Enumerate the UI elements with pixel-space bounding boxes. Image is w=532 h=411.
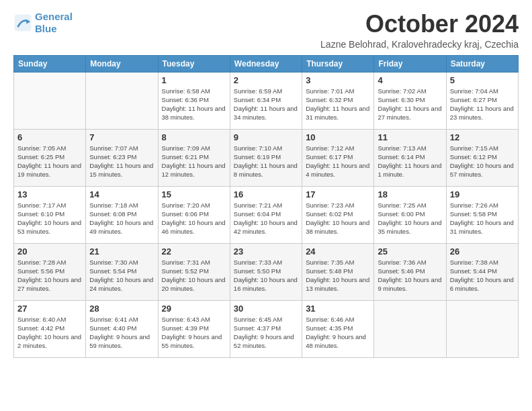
day-number: 26: [450, 246, 515, 257]
day-detail: Sunrise: 7:35 AM Sunset: 5:48 PM Dayligh…: [306, 258, 370, 293]
day-detail: Sunrise: 6:41 AM Sunset: 4:40 PM Dayligh…: [89, 315, 154, 351]
day-number: 2: [234, 75, 298, 85]
day-number: 7: [89, 132, 154, 142]
day-detail: Sunrise: 7:25 AM Sunset: 6:00 PM Dayligh…: [378, 201, 442, 236]
day-cell: [446, 300, 518, 357]
day-cell: 14Sunrise: 7:18 AM Sunset: 6:08 PM Dayli…: [86, 186, 158, 243]
day-detail: Sunrise: 6:58 AM Sunset: 6:36 PM Dayligh…: [162, 87, 226, 122]
day-detail: Sunrise: 7:05 AM Sunset: 6:25 PM Dayligh…: [17, 144, 82, 179]
day-cell: 23Sunrise: 7:33 AM Sunset: 5:50 PM Dayli…: [230, 243, 302, 300]
day-detail: Sunrise: 7:01 AM Sunset: 6:32 PM Dayligh…: [306, 87, 370, 122]
day-cell: 29Sunrise: 6:43 AM Sunset: 4:39 PM Dayli…: [158, 300, 230, 357]
day-number: 24: [306, 246, 370, 257]
day-detail: Sunrise: 7:21 AM Sunset: 6:04 PM Dayligh…: [234, 201, 298, 236]
day-cell: 2Sunrise: 6:59 AM Sunset: 6:34 PM Daylig…: [230, 72, 302, 129]
day-detail: Sunrise: 6:46 AM Sunset: 4:35 PM Dayligh…: [306, 315, 370, 351]
header-cell-thursday: Thursday: [302, 55, 374, 72]
day-number: 4: [378, 75, 442, 85]
calendar-table: SundayMondayTuesdayWednesdayThursdayFrid…: [13, 55, 519, 358]
page: General Blue October 2024 Lazne Belohrad…: [0, 0, 532, 369]
day-cell: 27Sunrise: 6:40 AM Sunset: 4:42 PM Dayli…: [14, 300, 86, 357]
day-detail: Sunrise: 7:07 AM Sunset: 6:23 PM Dayligh…: [89, 144, 154, 179]
day-number: 22: [162, 246, 226, 257]
day-cell: 21Sunrise: 7:30 AM Sunset: 5:54 PM Dayli…: [86, 243, 158, 300]
day-number: 20: [17, 246, 82, 257]
day-cell: 20Sunrise: 7:28 AM Sunset: 5:56 PM Dayli…: [14, 243, 86, 300]
day-detail: Sunrise: 7:20 AM Sunset: 6:06 PM Dayligh…: [162, 201, 226, 236]
subtitle: Lazne Belohrad, Kralovehradecky kraj, Cz…: [320, 39, 519, 50]
day-detail: Sunrise: 7:04 AM Sunset: 6:27 PM Dayligh…: [450, 87, 515, 122]
header-cell-saturday: Saturday: [446, 55, 518, 72]
calendar-body: 1Sunrise: 6:58 AM Sunset: 6:36 PM Daylig…: [14, 72, 519, 357]
day-detail: Sunrise: 6:45 AM Sunset: 4:37 PM Dayligh…: [234, 315, 298, 351]
day-cell: 4Sunrise: 7:02 AM Sunset: 6:30 PM Daylig…: [374, 72, 446, 129]
day-detail: Sunrise: 7:38 AM Sunset: 5:44 PM Dayligh…: [450, 258, 515, 293]
day-detail: Sunrise: 6:43 AM Sunset: 4:39 PM Dayligh…: [162, 315, 226, 351]
day-number: 1: [162, 75, 226, 85]
day-number: 17: [306, 189, 370, 199]
day-number: 18: [378, 189, 442, 199]
day-number: 21: [89, 246, 154, 257]
day-detail: Sunrise: 7:12 AM Sunset: 6:17 PM Dayligh…: [306, 144, 370, 179]
day-cell: 16Sunrise: 7:21 AM Sunset: 6:04 PM Dayli…: [230, 186, 302, 243]
day-number: 12: [450, 132, 515, 142]
day-cell: 15Sunrise: 7:20 AM Sunset: 6:06 PM Dayli…: [158, 186, 230, 243]
day-cell: 26Sunrise: 7:38 AM Sunset: 5:44 PM Dayli…: [446, 243, 518, 300]
day-number: 3: [306, 75, 370, 85]
header-cell-tuesday: Tuesday: [158, 55, 230, 72]
day-number: 16: [234, 189, 298, 199]
header: General Blue October 2024 Lazne Belohrad…: [13, 11, 519, 50]
day-detail: Sunrise: 7:15 AM Sunset: 6:12 PM Dayligh…: [450, 144, 515, 179]
day-number: 23: [234, 246, 298, 257]
title-block: October 2024 Lazne Belohrad, Kralovehrad…: [320, 11, 519, 50]
day-detail: Sunrise: 7:10 AM Sunset: 6:19 PM Dayligh…: [234, 144, 298, 179]
day-cell: 25Sunrise: 7:36 AM Sunset: 5:46 PM Dayli…: [374, 243, 446, 300]
day-detail: Sunrise: 7:26 AM Sunset: 5:58 PM Dayligh…: [450, 201, 515, 236]
day-number: 6: [17, 132, 82, 142]
day-cell: 6Sunrise: 7:05 AM Sunset: 6:25 PM Daylig…: [14, 129, 86, 186]
week-row-2: 6Sunrise: 7:05 AM Sunset: 6:25 PM Daylig…: [14, 129, 519, 186]
day-number: 15: [162, 189, 226, 199]
header-row: SundayMondayTuesdayWednesdayThursdayFrid…: [14, 55, 519, 72]
day-number: 25: [378, 246, 442, 257]
week-row-1: 1Sunrise: 6:58 AM Sunset: 6:36 PM Daylig…: [14, 72, 519, 129]
day-detail: Sunrise: 7:02 AM Sunset: 6:30 PM Dayligh…: [378, 87, 442, 122]
day-cell: 28Sunrise: 6:41 AM Sunset: 4:40 PM Dayli…: [86, 300, 158, 357]
day-cell: 10Sunrise: 7:12 AM Sunset: 6:17 PM Dayli…: [302, 129, 374, 186]
svg-rect-0: [15, 15, 32, 32]
day-cell: [14, 72, 86, 129]
day-detail: Sunrise: 7:36 AM Sunset: 5:46 PM Dayligh…: [378, 258, 442, 293]
day-number: 5: [450, 75, 515, 85]
day-detail: Sunrise: 6:59 AM Sunset: 6:34 PM Dayligh…: [234, 87, 298, 122]
day-cell: 19Sunrise: 7:26 AM Sunset: 5:58 PM Dayli…: [446, 186, 518, 243]
day-cell: 3Sunrise: 7:01 AM Sunset: 6:32 PM Daylig…: [302, 72, 374, 129]
header-cell-sunday: Sunday: [14, 55, 86, 72]
logo-icon: [13, 13, 32, 32]
day-number: 27: [17, 304, 82, 314]
day-cell: [374, 300, 446, 357]
day-cell: 22Sunrise: 7:31 AM Sunset: 5:52 PM Dayli…: [158, 243, 230, 300]
day-cell: 24Sunrise: 7:35 AM Sunset: 5:48 PM Dayli…: [302, 243, 374, 300]
day-number: 14: [89, 189, 154, 199]
header-cell-friday: Friday: [374, 55, 446, 72]
week-row-3: 13Sunrise: 7:17 AM Sunset: 6:10 PM Dayli…: [14, 186, 519, 243]
logo-line2: Blue: [35, 23, 57, 34]
day-number: 13: [17, 189, 82, 199]
day-cell: 13Sunrise: 7:17 AM Sunset: 6:10 PM Dayli…: [14, 186, 86, 243]
week-row-4: 20Sunrise: 7:28 AM Sunset: 5:56 PM Dayli…: [14, 243, 519, 300]
day-number: 19: [450, 189, 515, 199]
day-number: 30: [234, 304, 298, 314]
day-cell: 9Sunrise: 7:10 AM Sunset: 6:19 PM Daylig…: [230, 129, 302, 186]
day-detail: Sunrise: 7:13 AM Sunset: 6:14 PM Dayligh…: [378, 144, 442, 179]
day-detail: Sunrise: 7:09 AM Sunset: 6:21 PM Dayligh…: [162, 144, 226, 179]
logo-text: General Blue: [35, 11, 73, 35]
day-cell: 31Sunrise: 6:46 AM Sunset: 4:35 PM Dayli…: [302, 300, 374, 357]
day-detail: Sunrise: 7:17 AM Sunset: 6:10 PM Dayligh…: [17, 201, 82, 236]
day-number: 11: [378, 132, 442, 142]
day-detail: Sunrise: 7:33 AM Sunset: 5:50 PM Dayligh…: [234, 258, 298, 293]
week-row-5: 27Sunrise: 6:40 AM Sunset: 4:42 PM Dayli…: [14, 300, 519, 357]
day-number: 9: [234, 132, 298, 142]
header-cell-wednesday: Wednesday: [230, 55, 302, 72]
day-detail: Sunrise: 6:40 AM Sunset: 4:42 PM Dayligh…: [17, 315, 82, 351]
day-cell: 17Sunrise: 7:23 AM Sunset: 6:02 PM Dayli…: [302, 186, 374, 243]
